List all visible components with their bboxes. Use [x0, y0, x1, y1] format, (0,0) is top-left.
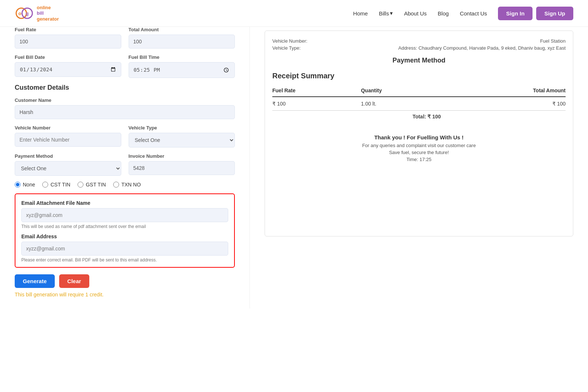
date-time-row: Fuel Bill Date Fuel Bill Time	[15, 54, 235, 78]
nav-home[interactable]: Home	[353, 10, 368, 17]
navbar: o g online bill generator Home Bills ▾ A…	[0, 0, 588, 27]
fuel-rate-group: Fuel Rate	[15, 27, 121, 49]
logo-bill: bill	[37, 10, 59, 16]
invoice-number-input[interactable]	[129, 161, 235, 175]
vehicle-number-preview-label: Vehicle Number:	[272, 38, 307, 44]
fuel-rate-row: Fuel Rate Total Amount	[15, 27, 235, 49]
customer-care-text: For any queries and complaint visit our …	[272, 143, 566, 148]
fuel-bill-time-input[interactable]	[129, 62, 235, 78]
tax-gst-text: GST TIN	[86, 182, 106, 188]
total-amount-label: Total Amount	[129, 27, 235, 32]
time-text: Time: 17:25	[272, 157, 566, 162]
nav-contact[interactable]: Contact Us	[460, 10, 487, 17]
receipt-summary-title: Receipt Summary	[272, 72, 566, 80]
email-file-input[interactable]	[21, 208, 228, 222]
save-fuel-text: Save fuel, secure the future!	[272, 150, 566, 155]
cell-quantity: 1.00 lt.	[361, 97, 441, 111]
svg-text:g: g	[26, 11, 29, 16]
fuel-rate-label: Fuel Rate	[15, 27, 121, 32]
vehicle-number-group: Vehicle Number	[15, 125, 121, 147]
fuel-bill-date-group: Fuel Bill Date	[15, 54, 121, 78]
fuel-bill-date-input[interactable]	[15, 62, 121, 77]
customer-name-group: Customer Name	[15, 97, 235, 119]
logo-text: online bill generator	[37, 5, 59, 22]
meta-vehicle-number-row: Vehicle Number: Fuel Station	[272, 38, 566, 44]
email-address-input[interactable]	[21, 242, 228, 256]
tax-cst-label[interactable]: CST TIN	[42, 182, 70, 188]
station-name: Fuel Station	[540, 38, 566, 44]
payment-method-select[interactable]: Select One Cash Card UPI	[15, 161, 121, 176]
total-amount-input[interactable]	[129, 35, 235, 49]
vehicle-number-label: Vehicle Number	[15, 125, 121, 131]
tax-row: None CST TIN GST TIN TXN NO	[15, 182, 235, 188]
email-address-group: Email Address Please enter correct email…	[21, 234, 228, 263]
bottom-buttons: Generate Clear	[15, 274, 235, 288]
customer-name-input[interactable]	[15, 105, 235, 119]
payment-method-group: Payment Method Select One Cash Card UPI	[15, 153, 121, 176]
nav-buttons: Sign In Sign Up	[498, 7, 573, 20]
vehicle-type-preview-label: Vehicle Type:	[272, 45, 301, 51]
total-label: Total: ₹ 100	[272, 111, 441, 124]
signin-button[interactable]: Sign In	[498, 7, 533, 20]
invoice-number-group: Invoice Number	[129, 153, 235, 176]
preview-wrapper: Vehicle Number: Fuel Station Vehicle Typ…	[265, 31, 573, 236]
credit-notice: This bill generation will require 1 cred…	[15, 292, 235, 297]
form-panel: Fuel Rate Total Amount Fuel Bill Date Fu…	[0, 27, 250, 309]
svg-point-0	[16, 8, 26, 18]
preview-panel: Vehicle Number: Fuel Station Vehicle Typ…	[250, 27, 588, 309]
main-content: Fuel Rate Total Amount Fuel Bill Date Fu…	[0, 27, 588, 309]
customer-details-title: Customer Details	[15, 84, 235, 92]
tax-none-radio[interactable]	[15, 182, 21, 188]
logo-online: online	[37, 5, 59, 11]
email-address-hint: Please enter correct email. Bill PDF wil…	[21, 257, 228, 263]
tax-none-text: None	[23, 182, 35, 188]
total-row: Total: ₹ 100	[272, 111, 566, 124]
generate-button[interactable]: Generate	[15, 274, 55, 288]
tax-txn-text: TXN NO	[121, 182, 141, 188]
email-address-label: Email Address	[21, 234, 228, 239]
fuel-bill-date-label: Fuel Bill Date	[15, 54, 121, 60]
payment-method-title: Payment Method	[272, 57, 566, 64]
svg-text:o: o	[18, 11, 21, 16]
tax-gst-radio[interactable]	[78, 182, 83, 188]
logo-icon: o g	[15, 4, 34, 23]
signup-button[interactable]: Sign Up	[536, 7, 573, 20]
tax-gst-label[interactable]: GST TIN	[78, 182, 106, 188]
fuel-rate-input[interactable]	[15, 35, 121, 49]
cell-fuel-rate: ₹ 100	[272, 97, 361, 111]
email-section: Email Attachment File Name This will be …	[15, 193, 235, 268]
col-quantity: Quantity	[361, 85, 441, 97]
vehicle-type-select[interactable]: Select One 2 Wheeler 4 Wheeler	[129, 133, 235, 147]
fuel-bill-time-label: Fuel Bill Time	[129, 54, 235, 60]
col-total-amount: Total Amount	[441, 85, 566, 97]
tax-txn-radio[interactable]	[113, 182, 119, 188]
table-row: ₹ 100 1.00 lt. ₹ 100	[272, 97, 566, 111]
nav-links: Home Bills ▾ About Us Blog Contact Us	[353, 10, 487, 17]
payment-method-label: Payment Method	[15, 153, 121, 159]
vehicle-row: Vehicle Number Vehicle Type Select One 2…	[15, 125, 235, 147]
tax-none-label[interactable]: None	[15, 182, 35, 188]
nav-about[interactable]: About Us	[404, 10, 427, 17]
vehicle-number-input[interactable]	[15, 133, 121, 147]
thank-you-section: Thank you ! For Fuelling With Us ! For a…	[272, 134, 566, 162]
total-value	[441, 111, 566, 124]
nav-bills[interactable]: Bills ▾	[379, 10, 393, 17]
nav-blog[interactable]: Blog	[438, 10, 449, 17]
receipt-table: Fuel Rate Quantity Total Amount ₹ 100 1.…	[272, 85, 566, 123]
total-amount-group: Total Amount	[129, 27, 235, 49]
tax-cst-radio[interactable]	[42, 182, 48, 188]
clear-button[interactable]: Clear	[59, 274, 89, 288]
email-file-group: Email Attachment File Name This will be …	[21, 200, 228, 229]
invoice-number-label: Invoice Number	[129, 153, 235, 159]
chevron-down-icon: ▾	[390, 10, 393, 17]
email-file-hint: This will be used as name of pdf attachm…	[21, 224, 228, 229]
logo-generator: generator	[37, 16, 59, 22]
receipt-meta: Vehicle Number: Fuel Station Vehicle Typ…	[272, 38, 566, 51]
station-address: Address: Chaudhary Compound, Harvate Pad…	[398, 45, 566, 51]
tax-cst-text: CST TIN	[50, 182, 70, 188]
tax-txn-label[interactable]: TXN NO	[113, 182, 141, 188]
email-file-label: Email Attachment File Name	[21, 200, 228, 206]
logo-area: o g online bill generator	[15, 4, 59, 23]
payment-invoice-row: Payment Method Select One Cash Card UPI …	[15, 153, 235, 176]
col-fuel-rate: Fuel Rate	[272, 85, 361, 97]
